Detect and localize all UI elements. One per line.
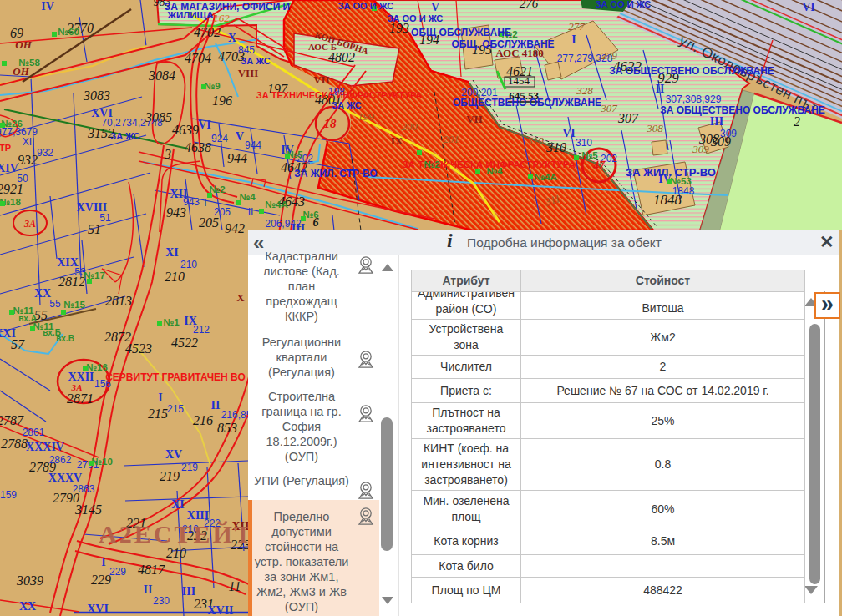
svg-text:944: 944 (227, 151, 247, 165)
svg-text:III: III (182, 585, 195, 598)
svg-text:ТР: ТР (0, 143, 11, 153)
svg-text:215: 215 (167, 403, 184, 415)
svg-text:I: I (101, 556, 105, 568)
svg-text:XXI: XXI (0, 327, 16, 340)
svg-text:XX: XX (34, 287, 51, 300)
svg-text:№2: №2 (424, 159, 439, 169)
svg-text:1848: 1848 (672, 185, 695, 197)
svg-text:№60: №60 (58, 27, 79, 37)
svg-text:№4А: №4А (265, 199, 288, 210)
svg-text:XVI: XVI (87, 603, 109, 615)
svg-text:11: 11 (229, 579, 241, 593)
svg-text:219: 219 (181, 462, 198, 473)
svg-text:ЗА ОО И ЖС: ЗА ОО И ЖС (388, 13, 444, 23)
svg-text:328: 328 (576, 84, 593, 97)
svg-text:4638: 4638 (185, 140, 211, 154)
svg-text:210: 210 (166, 546, 186, 560)
svg-text:932: 932 (37, 147, 53, 159)
svg-text:310: 310 (576, 137, 592, 149)
svg-text:V: V (431, 1, 439, 13)
svg-text:2862: 2862 (49, 454, 72, 466)
svg-text:2863: 2863 (73, 483, 95, 495)
svg-text:2788: 2788 (1, 437, 28, 451)
svg-text:2: 2 (794, 114, 800, 129)
svg-text:196: 196 (212, 93, 232, 108)
svg-text:310: 310 (545, 140, 566, 154)
svg-text:ОБЩ ОБСЛУЖВАНЕ: ОБЩ ОБСЛУЖВАНЕ (411, 27, 511, 38)
svg-text:229: 229 (91, 573, 111, 587)
svg-text:4704: 4704 (185, 51, 211, 65)
svg-text:вх.В: вх.В (56, 334, 74, 343)
svg-text:VI: VI (198, 119, 211, 131)
svg-text:279: 279 (601, 49, 617, 62)
svg-text:276: 276 (520, 0, 539, 10)
svg-text:4802: 4802 (328, 50, 355, 64)
svg-text:XVIII: XVIII (77, 201, 108, 214)
svg-text:XV: XV (165, 448, 182, 461)
svg-text:200: 200 (401, 120, 418, 133)
svg-text:ОБЩЕСТВЕНО ОБСЛУЖВАНЕ: ОБЩЕСТВЕНО ОБСЛУЖВАНЕ (453, 97, 601, 109)
svg-text:ЖИЛИЩА: ЖИЛИЩА (166, 10, 213, 20)
svg-text:II: II (248, 206, 254, 218)
svg-text:3083: 3083 (83, 88, 110, 103)
svg-text:4522: 4522 (171, 336, 198, 350)
svg-text:IV: IV (41, 0, 54, 13)
svg-text:VII: VII (313, 73, 330, 86)
svg-text:277: 277 (568, 20, 585, 33)
svg-text:II: II (144, 583, 153, 596)
svg-text:219: 219 (160, 469, 180, 483)
svg-text:ЗА ОО И ЖС: ЗА ОО И ЖС (596, 0, 652, 9)
svg-text:№4А: №4А (534, 172, 557, 182)
svg-text:ЗА ЖС: ЗА ЖС (332, 100, 362, 110)
svg-text:VI: VI (562, 127, 576, 139)
svg-text:1454: 1454 (508, 74, 530, 87)
svg-text:ОБЩ. ОБСЛУЖВАНЕ: ОБЩ. ОБСЛУЖВАНЕ (451, 38, 554, 50)
svg-text:ЗА ТЕХНИЧЕСКА ИНФРАСТРУКТУРА: ЗА ТЕХНИЧЕСКА ИНФРАСТРУКТУРА (256, 90, 422, 100)
svg-text:201: 201 (443, 133, 459, 145)
svg-text:ЗА: ЗА (23, 218, 36, 230)
svg-text:XX: XX (19, 600, 36, 613)
svg-text:АОС Б: АОС Б (308, 42, 337, 52)
svg-text:47: 47 (592, 159, 606, 172)
svg-text:V: V (236, 130, 244, 143)
svg-text:ЗА ЖС: ЗА ЖС (241, 56, 271, 66)
svg-text:50: 50 (17, 173, 28, 184)
svg-text:ЗА ОБЩЕСТВЕНО ОБСЛУЖВАНЕ: ЗА ОБЩЕСТВЕНО ОБСЛУЖВАНЕ (609, 65, 774, 77)
svg-text:307: 307 (617, 111, 639, 125)
svg-text:№16: №16 (86, 362, 108, 372)
svg-text:X: X (236, 291, 245, 304)
svg-text:№4: №4 (486, 166, 503, 176)
svg-text:XI: XI (165, 246, 179, 259)
svg-text:№9: №9 (204, 81, 220, 91)
svg-text:XXII: XXII (68, 371, 94, 383)
svg-text:4702: 4702 (194, 25, 221, 39)
svg-text:VII: VII (466, 113, 483, 125)
svg-text:3145: 3145 (74, 502, 102, 517)
svg-text:XI: XI (171, 498, 185, 511)
svg-text:№58: №58 (18, 58, 40, 68)
svg-text:229: 229 (109, 566, 126, 578)
svg-text:XII: XII (170, 188, 187, 200)
svg-text:205: 205 (214, 206, 231, 218)
svg-text:2787: 2787 (0, 413, 24, 427)
svg-text:210: 210 (180, 259, 197, 270)
svg-text:I: I (158, 391, 162, 404)
svg-text:III: III (710, 115, 723, 128)
svg-text:310: 310 (526, 134, 544, 147)
svg-text:№1: №1 (163, 317, 180, 327)
svg-text:4523: 4523 (125, 341, 152, 356)
svg-text:845: 845 (238, 44, 255, 56)
svg-text:55: 55 (49, 298, 61, 310)
svg-text:II: II (656, 83, 665, 95)
svg-text:VIII: VIII (238, 67, 259, 79)
svg-text:215: 215 (148, 406, 168, 421)
svg-text:ЗА ЖИЛ. СТР-ВО: ЗА ЖИЛ. СТР-ВО (294, 168, 377, 179)
svg-text:924: 924 (211, 133, 228, 144)
svg-text:230: 230 (153, 595, 170, 607)
svg-text:3039: 3039 (16, 573, 43, 588)
svg-text:IX: IX (391, 134, 403, 147)
svg-text:I: I (571, 33, 576, 46)
svg-text:4817: 4817 (138, 563, 165, 577)
svg-text:ЗА ЖС: ЗА ЖС (110, 131, 140, 141)
svg-text:№15: №15 (63, 300, 85, 310)
